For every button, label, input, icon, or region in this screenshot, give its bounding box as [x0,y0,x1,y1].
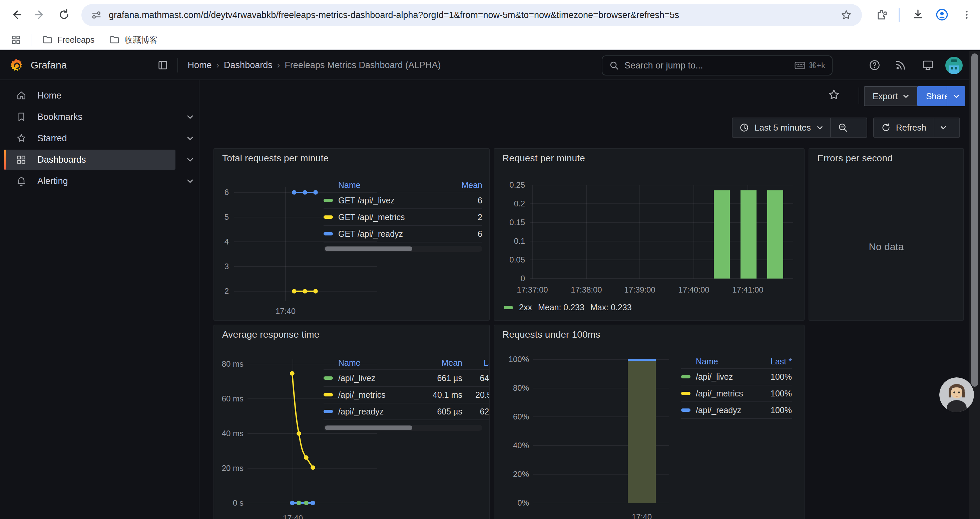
url-input[interactable] [109,10,840,21]
sidebar-item-alerting[interactable]: Alerting [4,171,175,191]
assistant-avatar-image [939,377,974,412]
search-icon [609,61,619,70]
brand-name: Grafana [31,59,67,71]
user-avatar[interactable] [945,57,963,74]
legend-scrollbar[interactable] [323,246,482,252]
star-outline-icon [827,88,841,102]
legend-row[interactable]: GET /api/_metrics 2 [323,209,482,226]
chevron-down-icon[interactable] [186,134,194,142]
refresh-interval-button[interactable] [934,124,952,131]
legend-row[interactable]: /api/_metrics 100% [681,385,792,402]
series-last: 646 µs [468,374,490,383]
site-info-icon[interactable] [91,10,102,21]
downloads-button[interactable] [908,5,927,24]
news-button[interactable] [891,56,910,75]
browser-forward-button[interactable] [31,5,49,24]
bookmark-folder-blogs[interactable]: 收藏博客 [104,32,163,48]
help-button[interactable] [865,56,884,75]
panel-total-requests-per-minute[interactable]: Total requests per minute 6 5 4 3 2 17:4… [213,148,490,321]
folder-icon [42,34,53,45]
legend-row[interactable]: GET /api/_livez 6 [323,192,482,209]
chevron-down-icon [953,93,960,100]
series-name: /api/_livez [696,372,733,382]
legend-item-2xx[interactable]: 2xx Mean: 0.233 Max: 0.233 [504,303,632,312]
chevron-down-icon[interactable] [186,113,194,121]
legend-row[interactable]: /api/_livez 661 µs 646 µs [323,370,490,387]
breadcrumb-home[interactable]: Home [188,60,212,70]
y-tick: 5 [224,212,229,222]
bookmark-folder-freeleaps[interactable]: Freeleaps [37,32,100,48]
zoom-out-time-button[interactable] [831,122,855,133]
legend-row[interactable]: /api/_livez 100% [681,369,792,385]
forward-arrow-icon [33,8,47,21]
legend-col-last[interactable]: Last * [757,357,792,366]
kiosk-mode-button[interactable] [919,56,937,75]
panel-requests-under-100ms[interactable]: Requests under 100ms 100% 80% 60% 40% 20… [494,325,805,519]
page-scrollbar-thumb[interactable] [971,53,978,387]
legend-col-mean[interactable]: Mean [442,180,482,190]
legend-row[interactable]: /api/_readyz 100% [681,402,792,419]
series-color-pill [323,216,333,219]
panel-average-response-time[interactable]: Average response time 80 ms 60 ms 40 ms … [213,325,490,519]
browser-reload-button[interactable] [55,5,73,24]
y-tick: 3 [224,262,229,271]
sidebar-item-home[interactable]: Home [4,86,175,105]
chevron-down-icon [816,124,824,131]
sidebar-item-starred[interactable]: Starred [4,128,175,148]
chevron-down-icon[interactable] [186,177,194,185]
breadcrumb-dashboards[interactable]: Dashboards [224,60,272,70]
x-tick: 17:38:00 [571,285,602,294]
y-tick: 0.2 [514,199,525,208]
legend-col-name[interactable]: Name [681,357,757,366]
keyboard-icon [795,61,805,69]
bookmark-star-icon[interactable] [840,9,853,21]
search-bar[interactable]: ⌘+k [602,56,832,75]
y-tick: 40 ms [222,429,243,438]
y-tick: 0.15 [509,218,525,227]
address-bar[interactable] [81,4,862,26]
sidebar-item-bookmarks[interactable]: Bookmarks [4,107,175,127]
legend-col-last[interactable]: Last * [468,358,490,368]
sidebar-item-dashboards[interactable]: Dashboards [4,150,175,170]
breadcrumb-separator: › [272,60,285,70]
favorite-dashboard-button[interactable] [827,88,841,102]
panel-errors-per-second[interactable]: Errors per second No data [808,148,964,321]
export-button[interactable]: Export [864,86,918,106]
search-input[interactable] [624,61,789,71]
series-color-pill [504,306,513,309]
legend-col-name[interactable]: Name [323,180,442,190]
share-menu-button[interactable] [947,86,965,106]
grafana-logo[interactable] [10,58,24,72]
apps-button[interactable] [7,30,25,49]
avatar-image [945,57,963,74]
series-last: 620 µs [468,407,490,417]
bookmark-folder-label: 收藏博客 [124,34,158,45]
legend-row[interactable]: GET /api/_readyz 6 [323,226,482,243]
profile-button[interactable] [932,5,951,24]
floating-assistant-avatar[interactable] [939,377,974,412]
browser-back-button[interactable] [7,5,25,24]
y-tick: 6 [224,188,229,197]
search-shortcut: ⌘+k [795,61,825,70]
refresh-label: Refresh [896,123,926,133]
legend-scrollbar[interactable] [323,425,482,431]
extensions-button[interactable] [873,5,891,24]
y-tick: 0.25 [509,180,525,189]
legend-col-mean[interactable]: Mean [414,358,462,368]
legend-col-name[interactable]: Name [323,358,414,368]
sidebar-item-label: Bookmarks [37,112,83,122]
time-range-picker[interactable]: Last 5 minutes [732,123,830,133]
legend-row[interactable]: /api/_readyz 605 µs 620 µs [323,404,490,420]
refresh-button[interactable]: Refresh [874,123,934,133]
chevron-down-icon[interactable] [186,156,194,164]
y-tick: 100% [509,355,529,364]
series-mean: 6 [442,229,482,239]
sidebar-item-label: Home [37,91,61,101]
browser-menu-button[interactable] [957,5,976,24]
panel-request-per-minute[interactable]: Request per minute 0.25 0.2 0.15 0.1 0.0… [494,148,805,321]
chevron-down-icon [902,93,910,100]
panel-title: Requests under 100ms [502,329,600,340]
legend-row[interactable]: /api/_metrics 40.1 ms 20.5 ms [323,387,490,404]
dock-menu-button[interactable] [153,56,172,75]
refresh-group: Refresh [873,118,960,137]
